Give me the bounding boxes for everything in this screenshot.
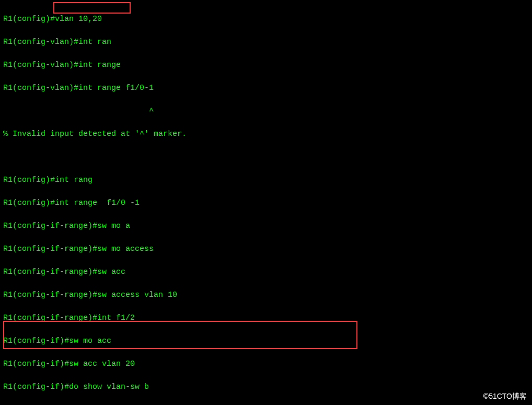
out-line: R1(config-vlan)#int range f1/0-1 [3,83,529,94]
out-line: R1(config-if)#sw mo acc [3,335,529,347]
out-line: R1(config-if-range)#sw mo access [3,244,529,255]
out-line [3,152,529,163]
out-line: R1(config-if-range)#sw access vlan 10 [3,290,529,301]
out-line: R1(config-vlan)#int ran [3,37,529,48]
out-line: R1(config)#int rang [3,175,529,186]
out-line: R1(config-if-range)#sw mo a [3,221,529,232]
out-line: R1(config-if-range)#sw acc [3,267,529,278]
out-line: R1(config-if)#sw acc vlan 20 [3,358,529,370]
out-line: R1(config)#int range f1/0 -1 [3,198,529,209]
out-line: R1(config-if-range)#int f1/2 [3,313,529,324]
watermark-text: ©51CTO博客 [483,390,527,402]
out-line: ^ [3,106,529,117]
out-line: % Invalid input detected at '^' marker. [3,129,529,140]
out-line: R1(config-vlan)#int range [3,60,529,71]
terminal-output[interactable]: R1(config)#vlan 10,20 R1(config-vlan)#in… [0,0,532,405]
out-line: R1(config)#vlan 10,20 [3,14,529,25]
highlight-box-vlan-cmd [53,2,131,14]
out-line: R1(config-if)#do show vlan-sw b [3,381,529,393]
